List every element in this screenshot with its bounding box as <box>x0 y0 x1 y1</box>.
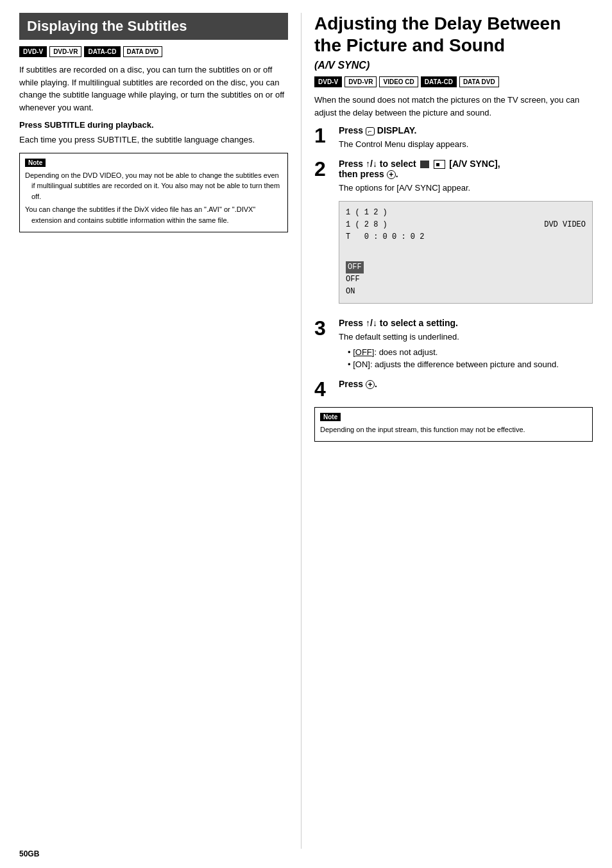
right-intro-text: When the sound does not match the pictur… <box>314 94 593 119</box>
right-section-title: Adjusting the Delay Between the Picture … <box>314 13 593 56</box>
left-subsection-text: Each time you press SUBTITLE, the subtit… <box>19 134 288 146</box>
screen-cell-2-left: 1 ( 2 8 ) <box>346 219 387 231</box>
screen-cell-3-left: T 0 : 0 0 : 0 2 <box>346 231 424 243</box>
screen-cell-2-right: DVD VIDEO <box>544 219 586 231</box>
left-section-title: Displaying the Subtitles <box>19 13 288 40</box>
step-4: 4 Press +. <box>314 379 593 399</box>
screen-spacer <box>346 246 586 258</box>
step-1: 1 Press ⌐ DISPLAY. The Control Menu disp… <box>314 125 593 151</box>
right-badge-data-dvd: DATA DVD <box>459 76 499 87</box>
step-3-desc-1: The default setting is underlined. <box>339 331 593 343</box>
right-column: Adjusting the Delay Between the Picture … <box>302 13 593 849</box>
step-2-number: 2 <box>314 159 334 179</box>
left-intro-text: If subtitles are recorded on a disc, you… <box>19 64 288 114</box>
step-2-title: Press ↑/↓ to select [A/V SYNC], then pre… <box>339 159 593 180</box>
right-badge-video-cd: VIDEO CD <box>379 76 418 87</box>
badge-dvd-vr: DVD-VR <box>49 46 81 57</box>
step-2-content: Press ↑/↓ to select [A/V SYNC], then pre… <box>339 159 593 310</box>
left-subsection-title: Press SUBTITLE during playback. <box>19 120 288 130</box>
left-note-1: Depending on the DVD VIDEO, you may not … <box>25 170 282 202</box>
left-note-box: Note Depending on the DVD VIDEO, you may… <box>19 153 288 233</box>
step-4-circle-plus-icon: + <box>366 380 375 389</box>
badge-data-cd: DATA-CD <box>84 46 120 57</box>
screen-off-highlight: OFF <box>346 261 364 273</box>
left-note-2: You can change the subtitles if the DivX… <box>25 204 282 225</box>
step-3-number: 3 <box>314 318 334 338</box>
page: Displaying the Subtitles DVD-V DVD-VR DA… <box>0 0 612 868</box>
off-underline: OFF <box>355 347 372 357</box>
screen-row-6: ON <box>346 286 586 298</box>
screen-on: ON <box>346 286 355 298</box>
film-icon <box>420 161 429 168</box>
right-note-1: Depending on the input stream, this func… <box>320 424 587 435</box>
step-4-number: 4 <box>314 379 334 399</box>
right-badge-dvd-v: DVD-V <box>314 76 342 87</box>
screen-row-4: OFF <box>346 261 586 273</box>
screen-row-5: OFF <box>346 273 586 286</box>
grid-icon <box>434 160 445 169</box>
step-2-desc: The options for [A/V SYNC] appear. <box>339 182 593 195</box>
step-1-content: Press ⌐ DISPLAY. The Control Menu displa… <box>339 125 593 151</box>
av-sync-subtitle: (A/V SYNC) <box>314 60 593 71</box>
step-3-option-on: [ON]: adjusts the difference between pic… <box>348 358 593 371</box>
step-1-number: 1 <box>314 125 334 146</box>
left-badges: DVD-V DVD-VR DATA-CD DATA DVD <box>19 46 288 57</box>
left-note-label: Note <box>25 159 46 167</box>
screen-row-1: 1 ( 1 2 ) <box>346 207 586 219</box>
right-note-label: Note <box>320 413 341 421</box>
step-3-content: Press ↑/↓ to select a setting. The defau… <box>339 318 593 371</box>
right-badge-dvd-vr: DVD-VR <box>344 76 377 87</box>
step-3-option-off: [OFF]: does not adjust. <box>348 346 593 359</box>
screen-off: OFF <box>346 273 360 286</box>
step-4-content: Press +. <box>339 379 593 392</box>
display-icon: ⌐ <box>366 127 375 135</box>
step-4-title: Press +. <box>339 379 593 389</box>
step-3-title: Press ↑/↓ to select a setting. <box>339 318 593 328</box>
badge-data-dvd: DATA DVD <box>123 46 163 57</box>
left-column: Displaying the Subtitles DVD-V DVD-VR DA… <box>19 13 302 849</box>
step-2: 2 Press ↑/↓ to select [A/V SYNC], then p… <box>314 159 593 310</box>
right-badge-data-cd: DATA-CD <box>421 76 457 87</box>
page-number: 50GB <box>19 849 39 858</box>
right-badges: DVD-V DVD-VR VIDEO CD DATA-CD DATA DVD <box>314 76 593 87</box>
screen-row-3: T 0 : 0 0 : 0 2 <box>346 231 586 243</box>
step-1-desc: The Control Menu display appears. <box>339 138 593 151</box>
circle-plus-icon: + <box>387 170 396 179</box>
screen-mockup: 1 ( 1 2 ) 1 ( 2 8 ) DVD VIDEO T 0 : 0 0 … <box>339 201 593 304</box>
step-3-options: [OFF]: does not adjust. [ON]: adjusts th… <box>348 346 593 371</box>
step-1-title: Press ⌐ DISPLAY. <box>339 125 593 135</box>
badge-dvd-v: DVD-V <box>19 46 47 57</box>
screen-row-2: 1 ( 2 8 ) DVD VIDEO <box>346 219 586 231</box>
step-3: 3 Press ↑/↓ to select a setting. The def… <box>314 318 593 371</box>
right-note-box: Note Depending on the input stream, this… <box>314 407 593 442</box>
screen-cell-1-left: 1 ( 1 2 ) <box>346 207 387 219</box>
